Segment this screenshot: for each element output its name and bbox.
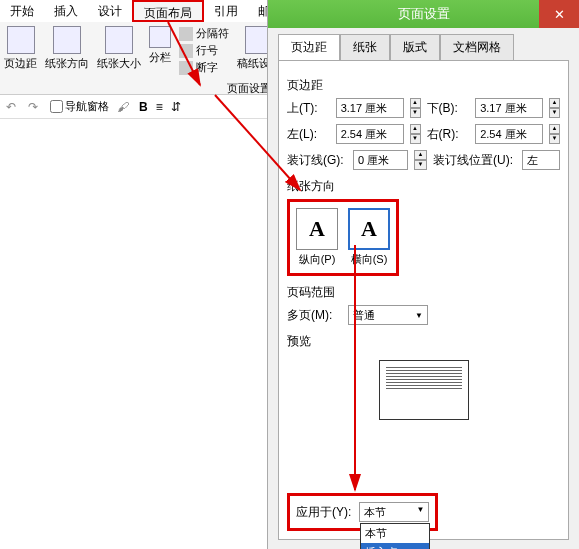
pages-section-label: 页码范围 bbox=[287, 284, 560, 301]
margins-section-label: 页边距 bbox=[287, 77, 560, 94]
dd-item-section[interactable]: 本节 bbox=[361, 524, 429, 543]
dtab-grid[interactable]: 文档网格 bbox=[440, 34, 514, 60]
dialog-tabs: 页边距 纸张 版式 文档网格 bbox=[278, 34, 569, 60]
tab-insert[interactable]: 插入 bbox=[44, 0, 88, 22]
breaks-group: 分隔符 行号 断字 bbox=[179, 26, 229, 75]
list-button[interactable]: ≡ bbox=[156, 100, 163, 114]
orientation-section-label: 纸张方向 bbox=[287, 178, 560, 195]
dtab-margins[interactable]: 页边距 bbox=[278, 34, 340, 60]
right-input[interactable] bbox=[475, 124, 543, 144]
size-icon bbox=[105, 26, 133, 54]
sort-button[interactable]: ⇵ bbox=[171, 100, 181, 114]
size-button[interactable]: 纸张大小 bbox=[97, 26, 141, 75]
gutter-label: 装订线(G): bbox=[287, 152, 347, 169]
line-numbers-icon bbox=[179, 44, 193, 58]
multi-page-label: 多页(M): bbox=[287, 307, 342, 324]
left-spinner[interactable]: ▲▼ bbox=[410, 124, 421, 144]
bold-button[interactable]: B bbox=[139, 100, 148, 114]
right-spinner[interactable]: ▲▼ bbox=[549, 124, 560, 144]
margins-icon bbox=[7, 26, 35, 54]
top-input[interactable] bbox=[336, 98, 404, 118]
orientation-button[interactable]: 纸张方向 bbox=[45, 26, 89, 75]
tab-references[interactable]: 引用 bbox=[204, 0, 248, 22]
gutter-pos-label: 装订线位置(U): bbox=[433, 152, 516, 169]
apply-select[interactable]: 本节 ▼ 本节 插入点 bbox=[359, 502, 429, 522]
chevron-down-icon: ▼ bbox=[415, 311, 423, 320]
page-setup-group-label: 页面设置 bbox=[227, 81, 271, 96]
hyphenation-button[interactable]: 断字 bbox=[179, 60, 229, 75]
hyphenation-icon bbox=[179, 61, 193, 75]
left-input[interactable] bbox=[336, 124, 404, 144]
landscape-icon: A bbox=[348, 208, 390, 250]
format-painter-icon[interactable]: 🖌 bbox=[117, 100, 131, 114]
bottom-input[interactable] bbox=[475, 98, 543, 118]
orientation-icon bbox=[53, 26, 81, 54]
preview-section-label: 预览 bbox=[287, 333, 560, 350]
gutter-spinner[interactable]: ▲▼ bbox=[414, 150, 427, 170]
dialog-body: 页边距 上(T): ▲▼ 下(B): ▲▼ 左(L): ▲▼ 右(R): ▲▼ … bbox=[278, 60, 569, 540]
bottom-label: 下(B): bbox=[427, 100, 470, 117]
nav-pane-checkbox[interactable]: 导航窗格 bbox=[50, 99, 109, 114]
portrait-icon: A bbox=[296, 208, 338, 250]
portrait-option[interactable]: A 纵向(P) bbox=[296, 208, 338, 267]
bottom-spinner[interactable]: ▲▼ bbox=[549, 98, 560, 118]
top-spinner[interactable]: ▲▼ bbox=[410, 98, 421, 118]
apply-label: 应用于(Y): bbox=[296, 504, 351, 521]
multi-page-select[interactable]: 普通▼ bbox=[348, 305, 428, 325]
tab-home[interactable]: 开始 bbox=[0, 0, 44, 22]
tab-page-layout[interactable]: 页面布局 bbox=[132, 0, 204, 22]
close-button[interactable]: ✕ bbox=[539, 0, 579, 28]
top-label: 上(T): bbox=[287, 100, 330, 117]
left-label: 左(L): bbox=[287, 126, 330, 143]
breaks-icon bbox=[179, 27, 193, 41]
dtab-layout[interactable]: 版式 bbox=[390, 34, 440, 60]
dtab-paper[interactable]: 纸张 bbox=[340, 34, 390, 60]
dd-item-insertion[interactable]: 插入点 bbox=[361, 543, 429, 549]
columns-icon bbox=[149, 26, 171, 48]
columns-button[interactable]: 分栏 bbox=[149, 26, 171, 75]
undo-icon[interactable]: ↶ bbox=[6, 100, 20, 114]
dialog-titlebar: 页面设置 ✕ bbox=[268, 0, 579, 28]
landscape-option[interactable]: A 横向(S) bbox=[348, 208, 390, 267]
page-setup-dialog: 页面设置 ✕ 页边距 纸张 版式 文档网格 页边距 上(T): ▲▼ 下(B):… bbox=[267, 0, 579, 549]
breaks-button[interactable]: 分隔符 bbox=[179, 26, 229, 41]
gutter-pos-select[interactable]: 左 bbox=[522, 150, 560, 170]
dialog-title-text: 页面设置 bbox=[398, 5, 450, 23]
tab-design[interactable]: 设计 bbox=[88, 0, 132, 22]
apply-to-group: 应用于(Y): 本节 ▼ 本节 插入点 bbox=[287, 493, 438, 531]
apply-dropdown: 本节 插入点 bbox=[360, 523, 430, 549]
preview-thumbnail bbox=[379, 360, 469, 420]
orientation-group: A 纵向(P) A 横向(S) bbox=[287, 199, 399, 276]
gutter-input[interactable] bbox=[353, 150, 408, 170]
redo-icon[interactable]: ↷ bbox=[28, 100, 42, 114]
margins-button[interactable]: 页边距 bbox=[4, 26, 37, 75]
chevron-down-icon: ▼ bbox=[416, 505, 424, 520]
right-label: 右(R): bbox=[427, 126, 470, 143]
line-numbers-button[interactable]: 行号 bbox=[179, 43, 229, 58]
